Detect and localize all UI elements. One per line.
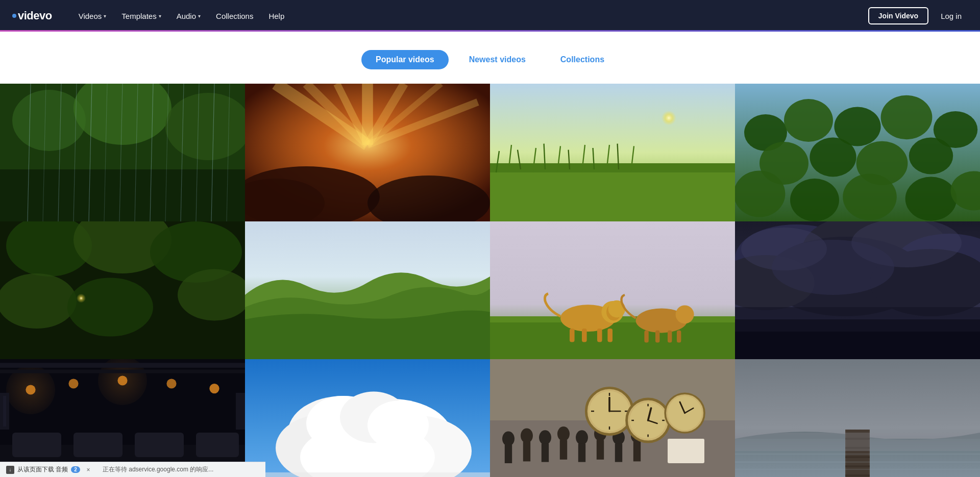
svg-line-5 xyxy=(28,84,31,221)
svg-point-124 xyxy=(300,423,435,477)
svg-point-32 xyxy=(643,107,680,144)
status-close-button[interactable]: × xyxy=(84,466,92,474)
svg-point-48 xyxy=(744,114,787,151)
tab-popular-videos[interactable]: Popular videos xyxy=(361,50,449,69)
nav-templates[interactable]: Templates ▾ xyxy=(115,8,167,24)
svg-point-132 xyxy=(502,432,514,446)
video-cell-3[interactable] xyxy=(490,84,735,221)
svg-point-75 xyxy=(601,301,623,323)
svg-rect-31 xyxy=(490,84,735,221)
tab-collections[interactable]: Collections xyxy=(546,50,619,69)
svg-line-10 xyxy=(181,84,184,221)
svg-point-66 xyxy=(0,273,77,329)
video-cell-1[interactable] xyxy=(0,84,245,221)
svg-line-9 xyxy=(150,84,153,221)
svg-line-11 xyxy=(211,84,214,221)
status-loading-text: 正在等待 adservice.google.com 的响应... xyxy=(96,465,219,474)
svg-line-21 xyxy=(276,84,368,145)
svg-point-54 xyxy=(810,138,856,177)
svg-point-146 xyxy=(631,429,643,443)
svg-rect-147 xyxy=(633,442,641,461)
nav-audio[interactable]: Audio ▾ xyxy=(170,8,207,24)
svg-point-83 xyxy=(676,305,694,323)
svg-point-68 xyxy=(178,269,245,321)
chevron-down-icon: ▾ xyxy=(159,13,161,19)
svg-rect-73 xyxy=(490,322,735,359)
svg-rect-128 xyxy=(245,472,490,477)
svg-line-161 xyxy=(648,408,651,420)
svg-line-46 xyxy=(631,146,634,172)
video-cell-8[interactable] xyxy=(735,221,980,359)
svg-rect-100 xyxy=(0,359,245,477)
svg-line-35 xyxy=(496,151,499,172)
svg-point-107 xyxy=(68,379,78,388)
svg-point-140 xyxy=(576,430,588,445)
login-button[interactable]: Log in xyxy=(935,8,968,24)
tab-newest-videos[interactable]: Newest videos xyxy=(455,50,540,69)
svg-line-162 xyxy=(648,420,657,423)
join-button[interactable]: Join Videvo xyxy=(868,7,928,24)
svg-rect-81 xyxy=(607,329,612,342)
video-cell-5[interactable] xyxy=(0,221,245,359)
svg-point-110 xyxy=(209,384,219,393)
status-download-text: 从该页面下载 音频 xyxy=(17,465,68,474)
video-cell-4[interactable] xyxy=(735,84,980,221)
svg-point-61 xyxy=(950,171,980,211)
svg-point-167 xyxy=(665,393,704,433)
nav-videos[interactable]: Videos ▾ xyxy=(72,8,113,24)
svg-line-7 xyxy=(89,84,92,221)
video-cell-11[interactable] xyxy=(490,359,735,477)
svg-rect-98 xyxy=(735,319,980,359)
svg-rect-34 xyxy=(490,172,735,221)
svg-point-160 xyxy=(630,402,667,439)
svg-rect-133 xyxy=(505,445,512,463)
svg-point-136 xyxy=(539,430,551,445)
svg-point-1 xyxy=(12,90,86,151)
svg-rect-79 xyxy=(582,329,587,342)
svg-rect-20 xyxy=(245,84,490,221)
svg-rect-86 xyxy=(668,331,672,343)
video-cell-2[interactable] xyxy=(245,84,490,221)
svg-rect-102 xyxy=(12,433,61,457)
svg-rect-4 xyxy=(0,169,245,221)
svg-point-89 xyxy=(735,224,857,292)
svg-line-39 xyxy=(544,144,545,169)
svg-point-57 xyxy=(735,170,785,217)
svg-line-169 xyxy=(680,402,685,413)
video-cell-7[interactable] xyxy=(490,221,735,359)
svg-point-91 xyxy=(894,234,980,295)
nav-help[interactable]: Help xyxy=(262,8,290,24)
video-cell-9[interactable] xyxy=(0,359,245,477)
svg-rect-88 xyxy=(735,221,980,359)
video-cell-10[interactable] xyxy=(245,359,490,477)
svg-rect-116 xyxy=(3,396,6,426)
svg-point-90 xyxy=(802,221,949,286)
filter-tabs: Popular videos Newest videos Collections xyxy=(0,32,980,84)
video-cell-12[interactable] xyxy=(735,359,980,477)
video-grid xyxy=(0,84,980,477)
svg-point-76 xyxy=(606,304,621,321)
nav-collections[interactable]: Collections xyxy=(210,8,259,24)
svg-point-28 xyxy=(245,166,380,221)
video-cell-6[interactable] xyxy=(245,221,490,359)
svg-point-112 xyxy=(98,359,147,405)
svg-point-97 xyxy=(772,240,894,295)
svg-point-142 xyxy=(594,426,606,441)
svg-point-64 xyxy=(74,221,172,273)
svg-rect-135 xyxy=(523,442,530,461)
svg-rect-143 xyxy=(597,440,604,459)
svg-point-106 xyxy=(26,385,35,394)
svg-rect-103 xyxy=(74,433,122,457)
svg-point-29 xyxy=(368,175,490,221)
svg-line-38 xyxy=(533,148,536,172)
svg-point-125 xyxy=(306,396,380,451)
svg-rect-19 xyxy=(245,84,490,221)
svg-point-168 xyxy=(668,396,702,430)
svg-line-26 xyxy=(368,84,441,145)
logo[interactable]: videvo xyxy=(12,9,52,22)
svg-point-51 xyxy=(881,95,933,139)
svg-point-55 xyxy=(856,141,908,185)
svg-rect-85 xyxy=(655,331,659,343)
svg-line-17 xyxy=(196,84,199,221)
svg-line-8 xyxy=(119,84,122,221)
